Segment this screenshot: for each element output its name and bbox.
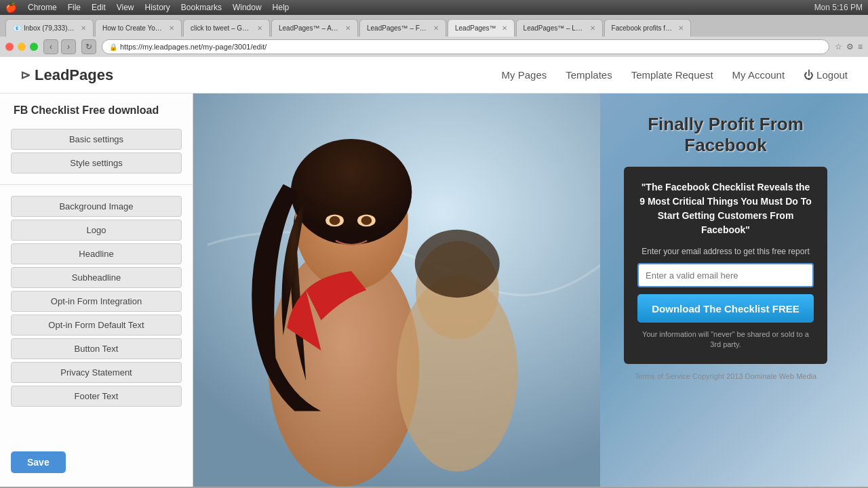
lp-logo: ⊳ LeadPages bbox=[20, 66, 113, 84]
power-icon: ⏻ bbox=[804, 69, 814, 81]
help-menu[interactable]: Help bbox=[273, 3, 290, 12]
svg-point-11 bbox=[415, 230, 500, 298]
tab-lp-fb[interactable]: LeadPages™ – FB we...✕ bbox=[359, 19, 446, 37]
refresh-button[interactable]: ↻ bbox=[81, 39, 96, 54]
page-preview: Finally Profit From Facebook "The Facebo… bbox=[193, 94, 868, 487]
basic-settings-btn[interactable]: Basic settings bbox=[11, 129, 182, 150]
footer-text-btn[interactable]: Footer Text bbox=[11, 386, 182, 407]
address-bar[interactable]: 🔒 https://my.leadpages.net/my-page/3001/… bbox=[102, 39, 829, 54]
main-content: FB Checklist Free download Basic setting… bbox=[0, 94, 868, 487]
mac-time: Mon 5:16 PM bbox=[814, 3, 863, 12]
app-container: ⊳ LeadPages My Pages Templates Template … bbox=[0, 57, 868, 487]
browser-icons: ☆ ⚙ ≡ bbox=[835, 42, 863, 52]
tab-lp-lead[interactable]: LeadPages™ – Lead...✕ bbox=[516, 19, 603, 37]
email-input[interactable] bbox=[637, 263, 814, 287]
svg-point-4 bbox=[291, 139, 412, 245]
browser-tabs: 📧Inbox (79,333) - kell...✕ How to Create… bbox=[0, 15, 868, 37]
privacy-stmt-btn[interactable]: Privacy Statement bbox=[11, 362, 182, 383]
logo-btn[interactable]: Logo bbox=[11, 220, 182, 241]
preview-headline: Finally Profit From Facebook bbox=[624, 114, 827, 156]
nav-template-request[interactable]: Template Request bbox=[631, 69, 713, 81]
style-settings-btn[interactable]: Style settings bbox=[11, 152, 182, 174]
headline-btn[interactable]: Headline bbox=[11, 243, 182, 264]
lead-panel: Finally Profit From Facebook "The Facebo… bbox=[624, 114, 827, 380]
history-menu[interactable]: History bbox=[145, 3, 170, 12]
box-subtext: Enter your email address to get this fre… bbox=[637, 247, 814, 256]
cta-download-button[interactable]: Download The Checklist FREE bbox=[637, 294, 814, 323]
svg-point-6 bbox=[330, 216, 340, 225]
nav-my-pages[interactable]: My Pages bbox=[502, 69, 547, 81]
footer-text: Terms of Service Copyright 2013 Dominate… bbox=[624, 372, 827, 380]
svg-point-8 bbox=[361, 216, 372, 225]
bg-image-btn[interactable]: Background Image bbox=[11, 196, 182, 217]
button-text-btn[interactable]: Button Text bbox=[11, 338, 182, 359]
extensions-icon[interactable]: ⚙ bbox=[846, 42, 854, 52]
nav-my-account[interactable]: My Account bbox=[732, 69, 785, 81]
subheadline-btn[interactable]: Subheadline bbox=[11, 267, 182, 288]
sidebar: FB Checklist Free download Basic setting… bbox=[0, 94, 193, 487]
forward-button[interactable]: › bbox=[61, 39, 76, 54]
tab-lp-avail[interactable]: LeadPages™ – Avail...✕ bbox=[271, 19, 358, 37]
tab-fb-profits[interactable]: Facebook profits for...✕ bbox=[604, 19, 691, 37]
lp-nav: My Pages Templates Template Request My A… bbox=[502, 69, 848, 81]
maximize-button[interactable] bbox=[30, 43, 38, 51]
chrome-menu[interactable]: Chrome bbox=[28, 3, 57, 12]
view-menu[interactable]: View bbox=[117, 3, 134, 12]
window-menu[interactable]: Window bbox=[233, 3, 262, 12]
back-button[interactable]: ‹ bbox=[43, 39, 58, 54]
apple-menu[interactable]: 🍎 bbox=[5, 2, 17, 13]
nav-templates[interactable]: Templates bbox=[566, 69, 612, 81]
tab-click-tweet[interactable]: click to tweet – Goo...✕ bbox=[183, 19, 270, 37]
logout-button[interactable]: ⏻ Logout bbox=[804, 69, 848, 81]
file-menu[interactable]: File bbox=[68, 3, 81, 12]
bookmarks-menu[interactable]: Bookmarks bbox=[181, 3, 222, 12]
save-button[interactable]: Save bbox=[11, 451, 66, 473]
sidebar-section-settings: Basic settings Style settings bbox=[0, 125, 193, 178]
sidebar-section-content: Background Image Logo Headline Subheadli… bbox=[0, 192, 193, 411]
privacy-text: Your information will "never" be shared … bbox=[637, 329, 814, 350]
lp-header: ⊳ LeadPages My Pages Templates Template … bbox=[0, 57, 868, 94]
mac-menubar: 🍎 Chrome File Edit View History Bookmark… bbox=[0, 0, 868, 15]
optin-form-btn[interactable]: Opt-in Form Integration bbox=[11, 291, 182, 312]
logo-icon: ⊳ bbox=[20, 68, 31, 83]
tab-lp-active[interactable]: LeadPages™✕ bbox=[448, 19, 515, 37]
tab-inbox[interactable]: 📧Inbox (79,333) - kell...✕ bbox=[5, 19, 94, 37]
browser-controls: ‹ › ↻ 🔒 https://my.leadpages.net/my-page… bbox=[0, 37, 868, 57]
bookmark-star-icon[interactable]: ☆ bbox=[835, 42, 842, 52]
menu-icon[interactable]: ≡ bbox=[858, 42, 863, 52]
lead-capture-box: "The Facebook Checklist Reveals the 9 Mo… bbox=[624, 167, 827, 364]
tab-how-to[interactable]: How to Create Your...✕ bbox=[95, 19, 182, 37]
ssl-lock-icon: 🔒 bbox=[109, 43, 117, 51]
edit-menu[interactable]: Edit bbox=[92, 3, 106, 12]
sidebar-title: FB Checklist Free download bbox=[0, 94, 193, 125]
box-quote: "The Facebook Checklist Reveals the 9 Mo… bbox=[637, 180, 814, 237]
sidebar-divider bbox=[0, 184, 193, 185]
minimize-button[interactable] bbox=[18, 43, 26, 51]
close-button[interactable] bbox=[5, 43, 14, 51]
optin-default-btn[interactable]: Opt-in Form Default Text bbox=[11, 314, 182, 336]
